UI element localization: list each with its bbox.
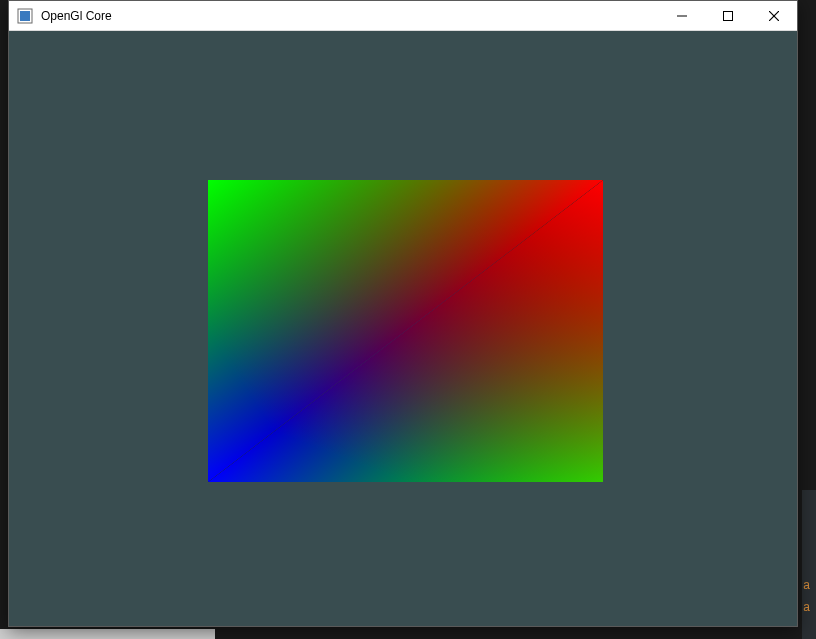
bg-glyph: a	[803, 600, 810, 614]
titlebar[interactable]: OpenGl Core	[9, 1, 797, 31]
minimize-button[interactable]	[659, 1, 705, 30]
opengl-viewport	[9, 31, 797, 626]
close-button[interactable]	[751, 1, 797, 30]
window-title: OpenGl Core	[41, 9, 112, 23]
taskbar-fragment	[0, 629, 215, 639]
window-controls	[659, 1, 797, 30]
svg-rect-1	[20, 11, 30, 21]
minimize-icon	[677, 11, 687, 21]
bg-glyph: a	[803, 578, 810, 592]
close-icon	[769, 11, 779, 21]
maximize-icon	[723, 11, 733, 21]
editor-side-panel	[802, 490, 816, 639]
titlebar-left: OpenGl Core	[9, 8, 112, 24]
svg-rect-2	[677, 15, 687, 16]
app-icon	[17, 8, 33, 24]
app-window: OpenGl Core	[8, 0, 798, 627]
svg-rect-3	[724, 11, 733, 20]
render-quad	[208, 180, 603, 482]
maximize-button[interactable]	[705, 1, 751, 30]
